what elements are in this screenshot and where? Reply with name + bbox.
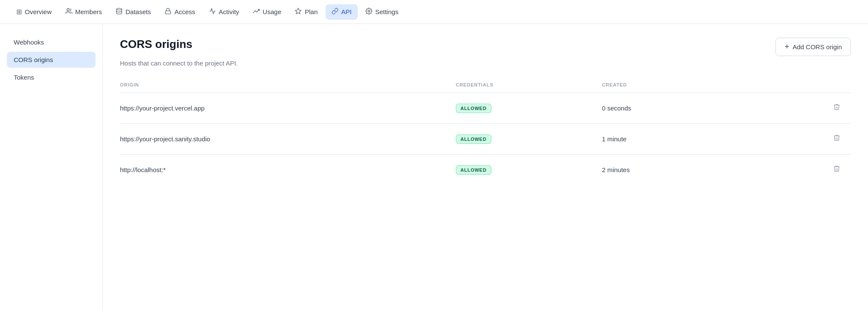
cors-table: ORIGIN CREDENTIALS CREATED https://your-…	[120, 79, 851, 185]
action-cell-3	[778, 155, 851, 185]
delete-button-1[interactable]	[829, 101, 844, 115]
sidebar-item-tokens[interactable]: Tokens	[7, 69, 96, 85]
main-layout: Webhooks CORS origins Tokens CORS origin…	[0, 24, 868, 310]
created-value-2: 1 minute	[595, 124, 778, 155]
nav-label-api: API	[341, 8, 352, 15]
settings-icon	[365, 8, 372, 16]
nav-item-plan[interactable]: Plan	[289, 4, 323, 20]
allowed-badge-2: ALLOWED	[456, 134, 491, 144]
page-title: CORS origins	[120, 38, 192, 51]
column-header-created: CREATED	[595, 79, 778, 93]
members-icon	[66, 8, 72, 16]
svg-rect-2	[165, 11, 171, 14]
nav-label-settings: Settings	[375, 8, 398, 15]
usage-icon	[253, 8, 260, 16]
overview-icon: ⊞	[16, 8, 22, 16]
plus-icon: +	[784, 42, 789, 51]
plan-icon	[295, 8, 302, 16]
access-icon	[165, 8, 171, 16]
action-cell-1	[778, 93, 851, 124]
allowed-badge-1: ALLOWED	[456, 104, 491, 113]
delete-button-2[interactable]	[829, 132, 844, 146]
sidebar: Webhooks CORS origins Tokens	[0, 24, 103, 310]
column-header-action	[778, 79, 851, 93]
svg-point-0	[67, 9, 69, 11]
action-cell-2	[778, 124, 851, 155]
origin-value-3: http://localhost:*	[120, 155, 449, 185]
nav-item-settings[interactable]: Settings	[359, 4, 404, 20]
created-value-1: 0 seconds	[595, 93, 778, 124]
activity-icon	[209, 8, 216, 16]
content-header: CORS origins + Add CORS origin	[120, 38, 851, 56]
nav-label-activity: Activity	[219, 8, 239, 15]
add-cors-origin-button[interactable]: + Add CORS origin	[775, 38, 851, 56]
nav-item-usage[interactable]: Usage	[247, 4, 287, 20]
svg-point-1	[117, 8, 122, 10]
origin-value-2: https://your-project.sanity.studio	[120, 124, 449, 155]
sidebar-item-webhooks[interactable]: Webhooks	[7, 34, 96, 50]
nav-item-access[interactable]: Access	[159, 4, 201, 20]
nav-item-overview[interactable]: ⊞ Overview	[10, 4, 58, 19]
nav-item-api[interactable]: API	[326, 4, 358, 20]
credentials-value-3: ALLOWED	[449, 155, 595, 185]
add-button-label: Add CORS origin	[793, 43, 842, 51]
sidebar-item-cors-origins[interactable]: CORS origins	[7, 52, 96, 68]
page-subtitle: Hosts that can connect to the project AP…	[120, 60, 851, 67]
nav-label-access: Access	[174, 8, 195, 15]
allowed-badge-3: ALLOWED	[456, 165, 491, 175]
nav-label-members: Members	[75, 8, 102, 15]
credentials-value-1: ALLOWED	[449, 93, 595, 124]
svg-point-4	[368, 10, 370, 12]
nav-item-datasets[interactable]: Datasets	[110, 4, 157, 20]
table-row: https://your-project.vercel.app ALLOWED …	[120, 93, 851, 124]
nav-label-overview: Overview	[25, 8, 52, 15]
nav-label-datasets: Datasets	[126, 8, 151, 15]
svg-marker-3	[296, 8, 301, 14]
datasets-icon	[116, 8, 123, 16]
sidebar-item-label-tokens: Tokens	[14, 74, 34, 81]
top-navigation: ⊞ Overview Members Datasets Access Activ…	[0, 0, 868, 24]
sidebar-item-label-cors-origins: CORS origins	[14, 56, 53, 63]
table-row: http://localhost:* ALLOWED 2 minutes	[120, 155, 851, 185]
table-header-row: ORIGIN CREDENTIALS CREATED	[120, 79, 851, 93]
origin-value-1: https://your-project.vercel.app	[120, 93, 449, 124]
delete-button-3[interactable]	[829, 163, 844, 176]
created-value-3: 2 minutes	[595, 155, 778, 185]
nav-item-activity[interactable]: Activity	[203, 4, 245, 20]
nav-label-usage: Usage	[263, 8, 281, 15]
content-area: CORS origins + Add CORS origin Hosts tha…	[103, 24, 868, 310]
nav-item-members[interactable]: Members	[60, 4, 108, 20]
column-header-credentials: CREDENTIALS	[449, 79, 595, 93]
nav-label-plan: Plan	[305, 8, 317, 15]
credentials-value-2: ALLOWED	[449, 124, 595, 155]
sidebar-item-label-webhooks: Webhooks	[14, 39, 44, 46]
table-row: https://your-project.sanity.studio ALLOW…	[120, 124, 851, 155]
api-icon	[332, 8, 338, 16]
column-header-origin: ORIGIN	[120, 79, 449, 93]
